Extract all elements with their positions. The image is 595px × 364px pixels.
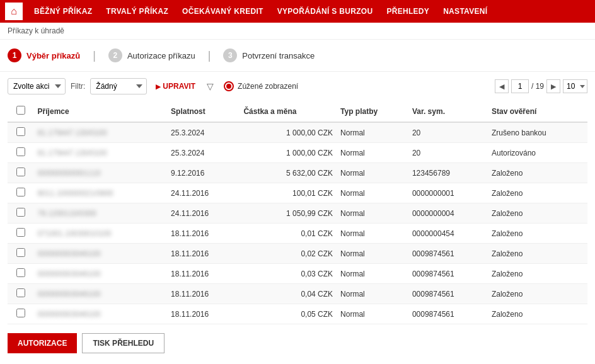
row-varsym: 20: [408, 122, 488, 143]
row-typ: Normal: [337, 183, 408, 203]
row-castka: 0,01 CZK: [240, 224, 337, 244]
autorizace-button[interactable]: AUTORIZACE: [8, 333, 77, 353]
row-prijemce: 81.179447.130/0100: [34, 143, 167, 163]
row-checkbox[interactable]: [16, 127, 25, 136]
row-checkbox[interactable]: [16, 248, 25, 257]
row-splatnost: 24.11.2016: [167, 183, 240, 203]
row-checkbox-cell: [8, 203, 34, 224]
filtr-select[interactable]: Žádný: [90, 78, 147, 94]
page-total: / 19: [531, 82, 544, 91]
payments-table: Příjemce Splatnost Částka a měna Typ pla…: [8, 101, 587, 324]
step-2-label: Autorizace příkazu: [127, 51, 195, 60]
table-container: Příjemce Splatnost Částka a měna Typ pla…: [0, 101, 595, 324]
nav-menu: BĚŽNÝ PŘÍKAZ TRVALÝ PŘÍKAZ OČEKÁVANÝ KRE…: [28, 3, 494, 20]
row-checkbox-cell: [8, 244, 34, 264]
row-typ: Normal: [337, 163, 408, 183]
table-row: 000000003046100 18.11.2016 0,03 CZK Norm…: [8, 264, 587, 284]
step-separator-2: |: [208, 49, 211, 62]
zuzene-group: Zúžené zobrazení: [224, 81, 298, 91]
row-stav: Založeno: [488, 264, 587, 284]
nav-item-vyporadani[interactable]: VYPOŘÁDÁNÍ S BURZOU: [271, 3, 379, 20]
row-splatnost: 18.11.2016: [167, 244, 240, 264]
row-checkbox[interactable]: [16, 309, 25, 317]
nav-item-trvaly[interactable]: TRVALÝ PŘÍKAZ: [100, 3, 175, 20]
row-stav: Založeno: [488, 224, 587, 244]
row-typ: Normal: [337, 284, 408, 304]
row-checkbox-cell: [8, 143, 34, 163]
table-row: 000000003046100 18.11.2016 0,02 CZK Norm…: [8, 244, 587, 264]
zuzene-radio[interactable]: [224, 81, 234, 91]
upravit-button[interactable]: UPRAVIT: [152, 79, 199, 93]
row-checkbox[interactable]: [16, 268, 25, 277]
row-castka: 1 000,00 CZK: [240, 143, 337, 163]
row-stav: Založeno: [488, 203, 587, 224]
row-castka: 1 050,99 CZK: [240, 203, 337, 224]
row-checkbox[interactable]: [16, 208, 25, 217]
page-prev-button[interactable]: ◀: [495, 79, 509, 93]
row-prijemce: 000000003046100: [34, 264, 167, 284]
radio-dot: [226, 84, 231, 89]
row-checkbox[interactable]: [16, 168, 25, 176]
row-prijemce: 81.179447.130/0100: [34, 122, 167, 143]
row-checkbox-cell: [8, 122, 34, 143]
row-castka: 100,01 CZK: [240, 183, 337, 203]
row-checkbox-cell: [8, 304, 34, 324]
table-row: 81.179447.130/0100 25.3.2024 1 000,00 CZ…: [8, 143, 587, 163]
home-icon[interactable]: ⌂: [5, 3, 23, 20]
row-stav: Založeno: [488, 284, 587, 304]
select-all-checkbox[interactable]: [16, 106, 25, 115]
row-checkbox[interactable]: [16, 147, 25, 156]
row-typ: Normal: [337, 203, 408, 224]
step-2-number: 2: [108, 48, 122, 62]
table-header-row: Příjemce Splatnost Částka a měna Typ pla…: [8, 101, 587, 122]
row-castka: 0,03 CZK: [240, 264, 337, 284]
row-typ: Normal: [337, 304, 408, 324]
col-splatnost: Splatnost: [167, 101, 240, 122]
row-castka: 0,05 CZK: [240, 304, 337, 324]
row-checkbox-cell: [8, 284, 34, 304]
nav-item-prehledy[interactable]: PŘEHLEDY: [380, 3, 436, 20]
row-splatnost: 25.3.2024: [167, 122, 240, 143]
row-stav: Založeno: [488, 163, 587, 183]
bottom-buttons: AUTORIZACE TISK PŘEHLEDU: [0, 324, 595, 362]
nav-item-bezny[interactable]: BĚŽNÝ PŘÍKAZ: [28, 3, 98, 20]
row-checkbox[interactable]: [16, 288, 25, 297]
row-varsym: 123456789: [408, 163, 488, 183]
page-input[interactable]: [511, 79, 529, 93]
top-navigation: ⌂ BĚŽNÝ PŘÍKAZ TRVALÝ PŘÍKAZ OČEKÁVANÝ K…: [0, 0, 595, 23]
step-2: 2 Autorizace příkazu: [108, 48, 195, 62]
per-page-select[interactable]: 10 25 50: [563, 79, 587, 93]
row-prijemce: 071001.10030010100: [34, 224, 167, 244]
row-typ: Normal: [337, 143, 408, 163]
row-splatnost: 24.11.2016: [167, 203, 240, 224]
row-prijemce: 78.1200110/0300: [34, 203, 167, 224]
page-next-button[interactable]: ▶: [546, 79, 560, 93]
row-splatnost: 18.11.2016: [167, 224, 240, 244]
zuzene-label: Zúžené zobrazení: [238, 82, 298, 91]
breadcrumb: Příkazy k úhradě: [0, 23, 595, 40]
row-checkbox[interactable]: [16, 228, 25, 237]
step-1-number: 1: [8, 48, 21, 62]
col-castka: Částka a měna: [240, 101, 337, 122]
nav-item-ocekavany[interactable]: OČEKÁVANÝ KREDIT: [176, 3, 270, 20]
row-stav: Zrušeno bankou: [488, 122, 587, 143]
action-select[interactable]: Zvolte akci: [8, 78, 66, 94]
nav-item-nastaveni[interactable]: NASTAVENÍ: [437, 3, 494, 20]
row-varsym: 0000000001: [408, 183, 488, 203]
tisk-button[interactable]: TISK PŘEHLEDU: [82, 333, 165, 353]
row-checkbox[interactable]: [16, 188, 25, 196]
row-varsym: 0009874561: [408, 244, 488, 264]
table-row: 000000000001110 9.12.2016 5 632,00 CZK N…: [8, 163, 587, 183]
row-castka: 5 632,00 CZK: [240, 163, 337, 183]
row-prijemce: 8011.100000021/0800: [34, 183, 167, 203]
row-checkbox-cell: [8, 264, 34, 284]
step-separator-1: |: [93, 49, 96, 62]
filter-icon[interactable]: ▽: [204, 79, 216, 94]
wizard-steps: 1 Výběr příkazů | 2 Autorizace příkazu |…: [0, 40, 595, 72]
row-checkbox-cell: [8, 183, 34, 203]
step-3: 3 Potvrzení transakce: [223, 48, 315, 62]
table-row: 78.1200110/0300 24.11.2016 1 050,99 CZK …: [8, 203, 587, 224]
col-typ: Typ platby: [337, 101, 408, 122]
row-typ: Normal: [337, 122, 408, 143]
col-checkbox: [8, 101, 34, 122]
